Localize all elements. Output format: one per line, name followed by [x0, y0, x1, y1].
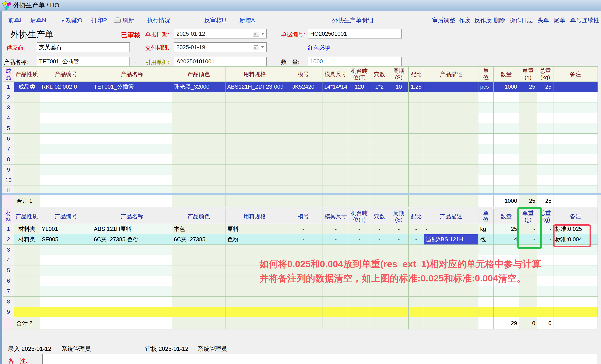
grid-cell[interactable]	[478, 113, 493, 123]
grid-cell[interactable]	[14, 245, 40, 255]
grid-cell[interactable]	[493, 186, 519, 193]
grid-cell[interactable]	[370, 296, 389, 307]
grid-cell[interactable]: 材料类	[14, 234, 40, 245]
grid-cell[interactable]	[349, 165, 370, 175]
grid-cell[interactable]	[389, 123, 409, 134]
grid-cell[interactable]	[389, 245, 409, 255]
grid-cell[interactable]: -	[424, 82, 478, 92]
grid-cell[interactable]	[225, 123, 284, 134]
grid-cell[interactable]	[172, 307, 225, 317]
toolbar-item-尾单[interactable]: 尾单	[554, 16, 565, 24]
grid-cell[interactable]	[553, 296, 598, 307]
grid-cell[interactable]	[349, 123, 370, 134]
grid-cell[interactable]	[40, 113, 92, 123]
grid-cell[interactable]	[553, 317, 598, 329]
grid-cell[interactable]	[349, 317, 370, 329]
grid-cell[interactable]	[478, 286, 493, 296]
grid-cell[interactable]	[537, 276, 553, 286]
quantity-field[interactable]: 1000	[308, 57, 402, 66]
grid-cell[interactable]	[519, 92, 537, 102]
toolbar-item-头单[interactable]: 头单	[537, 16, 549, 24]
grid-cell[interactable]	[424, 307, 478, 317]
grid-cell[interactable]	[424, 255, 478, 266]
toolbar-item-作废[interactable]: 作废	[459, 16, 471, 24]
grid-cell[interactable]	[349, 175, 370, 186]
grid-cell[interactable]	[553, 92, 598, 102]
grid-cell[interactable]	[553, 123, 598, 134]
grid-cell[interactable]	[409, 255, 424, 266]
grid-cell[interactable]	[323, 266, 349, 276]
grid-cell[interactable]	[537, 307, 553, 317]
grid-cell[interactable]	[349, 276, 370, 286]
grid-cell[interactable]	[349, 154, 370, 165]
grid-cell[interactable]	[493, 307, 519, 317]
grid-cell[interactable]	[92, 307, 172, 317]
grid-cell[interactable]	[409, 276, 424, 286]
toolbar-item-执行情况[interactable]: 执行情况	[147, 16, 170, 24]
grid-cell[interactable]	[349, 195, 370, 207]
grid-cell[interactable]	[519, 266, 537, 276]
grid-cell[interactable]	[389, 195, 409, 207]
grid-cell[interactable]	[284, 113, 323, 123]
grid-cell[interactable]	[493, 92, 519, 102]
grid-cell[interactable]	[478, 175, 493, 186]
grid-cell[interactable]	[370, 102, 389, 113]
grid-cell[interactable]	[553, 195, 598, 207]
grid-cell[interactable]	[92, 195, 172, 207]
grid-cell[interactable]	[92, 276, 172, 286]
row-number[interactable]: 4	[3, 113, 14, 123]
supplier-field[interactable]: 支英基石	[37, 42, 130, 52]
grid-cell[interactable]	[172, 92, 225, 102]
grid-cell[interactable]	[92, 102, 172, 113]
grid-cell[interactable]	[92, 317, 172, 329]
toolbar-item-打印[interactable]: 打印P	[91, 16, 107, 24]
grid-cell[interactable]	[493, 175, 519, 186]
grid-cell[interactable]	[172, 134, 225, 144]
grid-cell[interactable]	[409, 92, 424, 102]
grid-cell[interactable]	[370, 113, 389, 123]
grid-cell[interactable]	[537, 175, 553, 186]
grid-cell[interactable]	[14, 175, 40, 186]
grid-cell[interactable]	[409, 286, 424, 296]
grid-cell[interactable]	[40, 296, 92, 307]
grid-cell[interactable]	[284, 102, 323, 113]
grid-cell[interactable]: 1000	[493, 82, 519, 92]
grid-cell[interactable]	[409, 245, 424, 255]
grid-cell[interactable]	[424, 144, 478, 154]
grid-cell[interactable]	[284, 92, 323, 102]
grid-cell[interactable]: 合计 2	[14, 317, 40, 329]
grid-cell[interactable]	[225, 266, 284, 276]
grid-cell[interactable]	[323, 92, 349, 102]
grid-cell[interactable]	[553, 102, 598, 113]
product-lookup-button[interactable]: ..	[133, 58, 137, 64]
grid-cell[interactable]	[172, 245, 225, 255]
grid-cell[interactable]	[323, 186, 349, 193]
toolbar-item-删除[interactable]: 删除	[493, 16, 505, 24]
grid-cell[interactable]	[40, 123, 92, 134]
grid-cell[interactable]: RKL-02-002-0	[40, 82, 92, 92]
grid-cell[interactable]	[349, 144, 370, 154]
grid-cell[interactable]	[40, 307, 92, 317]
grid-cell[interactable]	[478, 195, 493, 207]
grid-cell[interactable]	[409, 165, 424, 175]
grid-cell[interactable]	[389, 266, 409, 276]
toolbar-item-反作废[interactable]: 反作废	[474, 16, 492, 24]
grid-cell[interactable]	[370, 307, 389, 317]
grid-cell[interactable]	[478, 154, 493, 165]
grid-cell[interactable]	[323, 113, 349, 123]
toolbar-item-单号连续性[interactable]: 单号连续性	[570, 16, 599, 24]
grid-cell[interactable]	[349, 186, 370, 193]
grid-cell[interactable]	[323, 245, 349, 255]
grid-cell[interactable]	[424, 154, 478, 165]
grid-cell[interactable]	[493, 154, 519, 165]
grid-cell[interactable]: YL001	[40, 224, 92, 234]
grid-cell[interactable]	[478, 186, 493, 193]
grid-cell[interactable]	[323, 175, 349, 186]
grid-cell[interactable]	[40, 154, 92, 165]
grid-cell[interactable]	[323, 317, 349, 329]
grid-cell[interactable]	[172, 165, 225, 175]
grid-cell[interactable]	[40, 195, 92, 207]
grid-cell[interactable]	[370, 317, 389, 329]
grid-cell[interactable]	[14, 92, 40, 102]
grid-cell[interactable]: 本色	[172, 224, 225, 234]
